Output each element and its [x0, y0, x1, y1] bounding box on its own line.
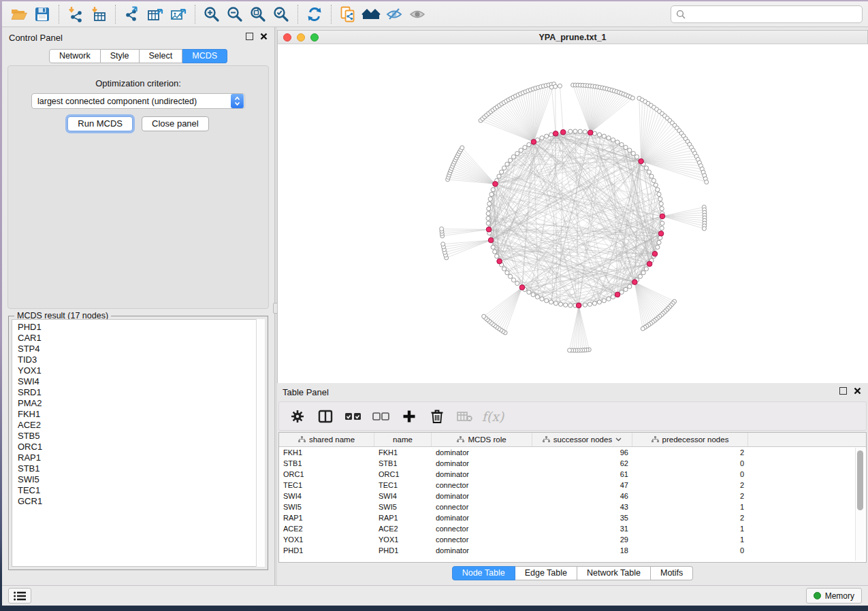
mcds-result-item[interactable]: RAP1 — [18, 452, 264, 463]
task-history-button[interactable] — [8, 588, 31, 604]
float-table-panel-icon[interactable] — [839, 387, 847, 395]
maximize-window-icon[interactable] — [310, 33, 319, 42]
zoom-in-button[interactable] — [200, 3, 223, 25]
close-panel-button[interactable]: Close panel — [142, 116, 209, 131]
delete-table-button[interactable] — [453, 405, 477, 428]
tab-network-table[interactable]: Network Table — [577, 566, 651, 580]
table-row[interactable]: STB1STB1dominator620 — [279, 458, 866, 469]
mcds-result-item[interactable]: CAR1 — [18, 333, 264, 344]
first-neighbors-button[interactable] — [359, 3, 383, 25]
run-mcds-button[interactable]: Run MCDS — [67, 116, 133, 131]
table-row[interactable]: TEC1TEC1connector472 — [279, 480, 866, 491]
dropdown-stepper-icon — [231, 94, 244, 108]
search-field[interactable] — [671, 5, 863, 23]
mcds-result-item[interactable]: STB5 — [18, 431, 264, 442]
export-network-button[interactable] — [120, 3, 144, 25]
network-graph[interactable] — [278, 44, 868, 383]
table-row[interactable]: YOX1YOX1connector291 — [279, 534, 866, 545]
table-row[interactable]: PHD1PHD1dominator180 — [279, 545, 866, 556]
mcds-result-item[interactable]: GCR1 — [18, 496, 264, 507]
cell-successor_nodes: 43 — [532, 503, 632, 511]
control-panel: Control Panel NetworkStyleSelectMCDS Opt… — [2, 27, 274, 585]
clone-network-button[interactable] — [336, 3, 359, 25]
import-table-button[interactable] — [87, 3, 110, 25]
mcds-result-item[interactable]: ORC1 — [18, 442, 264, 452]
result-list-scrollbar[interactable] — [256, 319, 265, 567]
mcds-result-item[interactable]: STB1 — [18, 463, 264, 474]
delete-table-icon — [456, 410, 474, 423]
export-image-button[interactable] — [167, 3, 190, 25]
table-settings-button[interactable] — [286, 405, 309, 428]
tab-network[interactable]: Network — [49, 49, 101, 63]
table-row[interactable]: RAP1RAP1dominator352 — [279, 512, 866, 523]
mcds-result-item[interactable]: YOX1 — [18, 365, 264, 376]
show-all-button[interactable] — [406, 3, 429, 25]
mcds-result-item[interactable]: TID3 — [18, 354, 264, 365]
column-header-successor-nodes[interactable]: successor nodes — [532, 433, 632, 446]
tab-style[interactable]: Style — [101, 49, 140, 63]
tab-node-table[interactable]: Node Table — [452, 566, 515, 580]
column-header-name[interactable]: name — [374, 433, 432, 446]
column-layout-button[interactable] — [314, 405, 337, 428]
function-builder-button[interactable]: f(x) — [481, 405, 504, 428]
mcds-result-item[interactable]: SWI5 — [18, 474, 264, 485]
application-window: Control Panel NetworkStyleSelectMCDS Opt… — [2, 1, 868, 606]
deselect-all-button[interactable] — [370, 405, 393, 428]
mcds-result-item[interactable]: SWI4 — [18, 376, 264, 387]
zoom-fit-button[interactable] — [246, 3, 270, 25]
mcds-result-item[interactable]: STP4 — [18, 344, 264, 354]
cell-predecessor_nodes: 2 — [632, 448, 748, 457]
table-row[interactable]: SWI4SWI4dominator462 — [279, 491, 866, 501]
zoom-out-button[interactable] — [223, 3, 246, 25]
hide-selected-button[interactable] — [383, 3, 406, 25]
cell-shared_name: ACE2 — [279, 525, 374, 533]
toolbar-separator — [195, 5, 195, 24]
import-network-icon — [67, 5, 84, 23]
cell-predecessor_nodes: 1 — [632, 535, 748, 544]
close-window-icon[interactable] — [283, 33, 291, 42]
table-row[interactable]: FKH1FKH1dominator962 — [279, 447, 866, 458]
delete-column-button[interactable] — [425, 405, 449, 428]
criterion-dropdown[interactable]: largest connected component (undirected) — [31, 93, 245, 109]
tab-mcds[interactable]: MCDS — [182, 49, 227, 63]
table-row[interactable]: SWI5SWI5connector431 — [279, 501, 866, 512]
select-all-button[interactable] — [342, 405, 365, 428]
mcds-result-item[interactable]: TEC1 — [18, 485, 264, 496]
mcds-result-item[interactable]: PHD1 — [18, 322, 264, 333]
mcds-result-item[interactable]: PMA2 — [18, 398, 264, 409]
column-header-MCDS-role[interactable]: MCDS role — [432, 433, 532, 446]
mcds-result-item[interactable]: ACE2 — [18, 420, 264, 431]
tab-motifs[interactable]: Motifs — [651, 566, 693, 580]
close-table-panel-icon[interactable] — [854, 387, 861, 395]
mcds-result-item[interactable]: SRD1 — [18, 387, 264, 398]
table-row[interactable]: ACE2ACE2connector311 — [279, 523, 866, 534]
close-panel-icon[interactable] — [260, 33, 268, 40]
fx-icon: f(x) — [482, 409, 504, 424]
cell-successor_nodes: 18 — [532, 546, 632, 555]
column-header-predecessor-nodes[interactable]: predecessor nodes — [632, 433, 748, 446]
open-file-button[interactable] — [7, 3, 31, 25]
refresh-view-button[interactable] — [303, 3, 326, 25]
add-column-button[interactable] — [398, 405, 421, 428]
import-network-button[interactable] — [64, 3, 87, 25]
export-table-button[interactable] — [144, 3, 167, 25]
column-header-shared-name[interactable]: shared name — [279, 433, 374, 446]
memory-button[interactable]: Memory — [806, 588, 862, 604]
float-panel-icon[interactable] — [246, 33, 253, 40]
table-scrollbar-thumb[interactable] — [857, 450, 863, 510]
mcds-result-item[interactable]: FKH1 — [18, 409, 264, 420]
minimize-window-icon[interactable] — [297, 33, 305, 42]
table-row[interactable]: ORC1ORC1dominator610 — [279, 469, 866, 480]
network-view-window: YPA_prune.txt_1 — [277, 27, 868, 383]
zoom-selected-icon — [272, 5, 290, 23]
network-canvas[interactable] — [277, 44, 868, 383]
tab-edge-table[interactable]: Edge Table — [515, 566, 577, 580]
zoom-selected-button[interactable] — [270, 3, 293, 25]
search-input[interactable] — [689, 10, 857, 19]
table-scrollbar[interactable] — [855, 448, 865, 561]
tab-select[interactable]: Select — [140, 49, 183, 63]
save-session-button[interactable] — [31, 3, 54, 25]
cell-mcds_role: dominator — [432, 492, 532, 500]
network-view-titlebar[interactable]: YPA_prune.txt_1 — [277, 30, 868, 44]
optimization-criterion-label: Optimization criterion: — [8, 78, 268, 88]
